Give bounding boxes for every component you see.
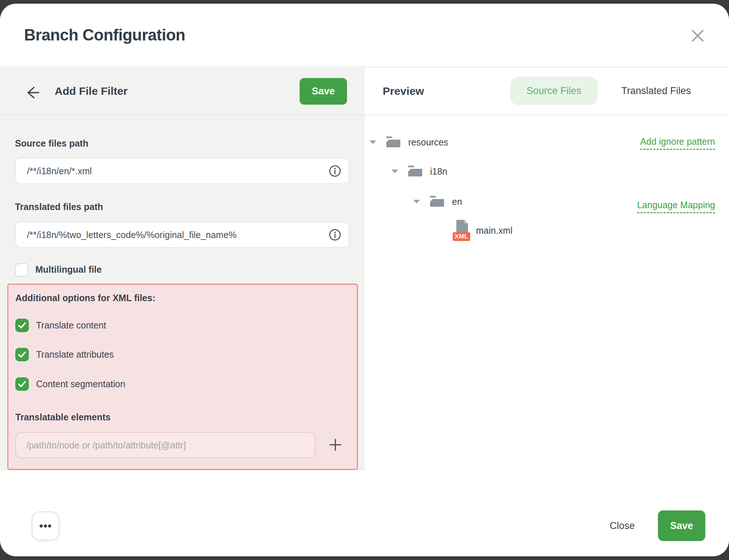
translated-path-label: Translated files path	[15, 201, 103, 212]
translatable-elements-input[interactable]	[15, 432, 315, 458]
tree-item-label: en	[452, 197, 462, 207]
tree-item-label: i18n	[430, 166, 447, 177]
modal-title: Branch Configuration	[24, 27, 185, 43]
more-options-button[interactable]: •••	[32, 512, 59, 540]
source-path-label: Source files path	[15, 138, 88, 149]
folder-icon	[429, 195, 445, 208]
multilingual-label: Multilingual file	[35, 264, 102, 275]
xml-badge: XML	[453, 232, 470, 241]
translate-attributes-label: Translate attributes	[36, 349, 114, 360]
back-arrow-icon[interactable]	[24, 85, 40, 101]
xml-file-icon: XML	[453, 220, 471, 241]
tree-item-label: main.xml	[476, 225, 512, 236]
screen: Branch Configuration Add File Filter Sav…	[0, 0, 729, 560]
translate-attributes-checkbox[interactable]	[15, 348, 29, 361]
multilingual-checkbox[interactable]	[15, 263, 28, 277]
content-segmentation-checkbox[interactable]	[15, 377, 29, 391]
translate-content-label: Translate content	[36, 320, 106, 331]
save-button[interactable]: Save	[658, 510, 705, 541]
expand-caret-icon[interactable]	[391, 170, 398, 173]
content-segmentation-label: Content segmentation	[36, 378, 125, 389]
tree-item-en[interactable]: en	[364, 187, 729, 216]
tab-translated-files[interactable]: Translated Files	[605, 77, 707, 105]
close-icon[interactable]	[688, 26, 707, 45]
source-path-input[interactable]	[15, 158, 350, 184]
add-translatable-element-icon[interactable]	[328, 438, 343, 452]
tree-item-resources[interactable]: resources	[364, 128, 729, 157]
preview-panel-title: Preview	[383, 86, 424, 97]
close-button[interactable]: Close	[602, 515, 642, 536]
tree-item-main-xml[interactable]: XML main.xml	[364, 216, 729, 245]
tree-item-label: resources	[408, 137, 448, 148]
filter-save-button[interactable]: Save	[300, 78, 347, 105]
branch-configuration-modal: Branch Configuration Add File Filter Sav…	[0, 4, 729, 556]
expand-caret-icon[interactable]	[370, 140, 376, 144]
expand-caret-icon[interactable]	[413, 200, 420, 203]
folder-icon	[386, 136, 401, 149]
xml-options-title: Additional options for XML files:	[15, 292, 155, 303]
tree-item-i18n[interactable]: i18n	[364, 157, 729, 186]
translate-content-checkbox[interactable]	[15, 319, 29, 332]
translated-path-input[interactable]	[15, 222, 350, 248]
translated-path-info-icon[interactable]	[329, 229, 341, 241]
folder-icon	[408, 165, 423, 178]
tab-source-files[interactable]: Source Files	[510, 77, 598, 105]
translatable-elements-label: Translatable elements	[15, 412, 110, 423]
source-path-info-icon[interactable]	[329, 165, 341, 177]
filter-panel-title: Add File Filter	[55, 86, 128, 97]
